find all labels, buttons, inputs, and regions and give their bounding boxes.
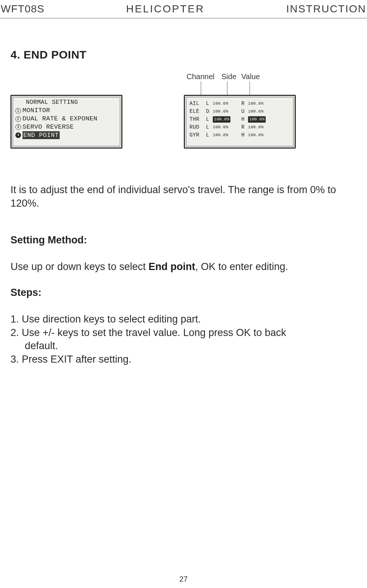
ch-ail: AIL — [190, 100, 206, 108]
lcd-screen-endpoint: AIL L 100.0% R 100.0% ELE D 100.0% U 100… — [184, 95, 296, 148]
ch-gyr: GYR — [190, 131, 206, 139]
callout-value: Value — [241, 72, 260, 81]
page-number: 27 — [0, 575, 367, 584]
lcd-menu-inner: NORMAL SETTING 1 MONITOR 2 DUAL RATE & E… — [13, 97, 120, 146]
menu-item-monitor: 1 MONITOR — [15, 106, 117, 115]
endpoint-row-thr: THR L 100.0% H 100.0% — [190, 116, 290, 123]
steps-list: 1. Use direction keys to select editing … — [11, 313, 356, 366]
page-header: WFT08S HELICOPTER INSTRUCTION — [0, 0, 367, 18]
method-bold: End point — [149, 261, 195, 272]
gyr-val2: 100.0% — [248, 132, 269, 138]
method-post: , OK to enter editing. — [195, 261, 288, 272]
step-2: 2. Use +/- keys to set the travel value.… — [11, 326, 356, 340]
rud-side2: R — [241, 123, 248, 131]
thr-side2: H — [241, 116, 248, 123]
gyr-val1: 100.0% — [213, 132, 234, 138]
setting-method-title: Setting Method: — [11, 234, 356, 246]
ele-val1: 100.0% — [213, 108, 234, 115]
step-3: 3. Press EXIT after setting. — [11, 353, 356, 366]
callout-channel: Channel — [187, 72, 215, 81]
menu-item-endpoint: 4 END POINT — [15, 131, 117, 140]
callout-side: Side — [221, 72, 236, 81]
gyr-side1: L — [206, 131, 213, 139]
callout-tick-value — [250, 81, 250, 96]
ail-side1: L — [206, 100, 213, 108]
thr-val1: 100.0% — [213, 116, 230, 123]
thr-side1: L — [206, 116, 213, 123]
rud-val2: 100.0% — [248, 124, 269, 130]
menu-num-1-icon: 1 — [15, 108, 21, 114]
endpoint-row-rud: RUD L 100.0% R 100.0% — [190, 123, 290, 131]
thr-val2: 100.0% — [248, 116, 266, 123]
menu-label-dualrate: DUAL RATE & EXPONEN — [23, 115, 98, 123]
lcd-screen-menu: NORMAL SETTING 1 MONITOR 2 DUAL RATE & E… — [11, 95, 122, 148]
callout-tick-channel — [201, 81, 201, 96]
ch-thr: THR — [190, 116, 206, 123]
ail-side2: R — [241, 100, 248, 108]
lcd-screens-row: NORMAL SETTING 1 MONITOR 2 DUAL RATE & E… — [11, 95, 356, 148]
ele-side1: D — [206, 108, 213, 116]
section-title: 4. END POINT — [11, 48, 356, 61]
menu-label-endpoint: END POINT — [23, 131, 60, 140]
steps-title: Steps: — [11, 287, 356, 298]
lcd-menu-title: NORMAL SETTING — [26, 99, 117, 106]
ail-val2: 100.0% — [248, 100, 269, 107]
endpoint-row-ele: ELE D 100.0% U 100.0% — [190, 108, 290, 116]
ele-val2: 100.0% — [248, 108, 269, 115]
gyr-side2: H — [241, 131, 248, 139]
menu-label-monitor: MONITOR — [23, 106, 50, 115]
ch-ele: ELE — [190, 108, 206, 116]
page-content: 4. END POINT Channel Side Value NORMAL S… — [0, 18, 367, 366]
rud-side1: L — [206, 123, 213, 131]
menu-num-2-icon: 2 — [15, 116, 21, 122]
menu-item-servoreverse: 3 SERVO REVERSE — [15, 123, 117, 131]
menu-num-3-icon: 3 — [15, 124, 21, 130]
description-text: It is to adjust the end of individual se… — [11, 183, 356, 210]
ail-val1: 100.0% — [213, 100, 234, 107]
setting-method-text: Use up or down keys to select End point,… — [11, 261, 356, 273]
endpoint-row-ail: AIL L 100.0% R 100.0% — [190, 100, 290, 108]
lcd-endpoint-inner: AIL L 100.0% R 100.0% ELE D 100.0% U 100… — [186, 97, 293, 146]
ele-side2: U — [241, 108, 248, 116]
step-2b: default. — [11, 339, 356, 353]
header-model: WFT08S — [1, 3, 44, 15]
step-1: 1. Use direction keys to select editing … — [11, 313, 356, 326]
endpoint-row-gyr: GYR L 100.0% H 100.0% — [190, 131, 290, 139]
menu-num-4-icon: 4 — [15, 132, 21, 138]
ch-rud: RUD — [190, 123, 206, 131]
menu-item-dualrate: 2 DUAL RATE & EXPONEN — [15, 115, 117, 123]
callout-labels: Channel Side Value — [177, 72, 356, 95]
menu-label-servoreverse: SERVO REVERSE — [23, 123, 74, 131]
header-doc-type: INSTRUCTION — [286, 3, 366, 15]
rud-val1: 100.0% — [213, 124, 234, 130]
callout-tick-side — [227, 81, 227, 96]
method-pre: Use up or down keys to select — [11, 261, 149, 272]
header-mode: HELICOPTER — [126, 3, 205, 15]
